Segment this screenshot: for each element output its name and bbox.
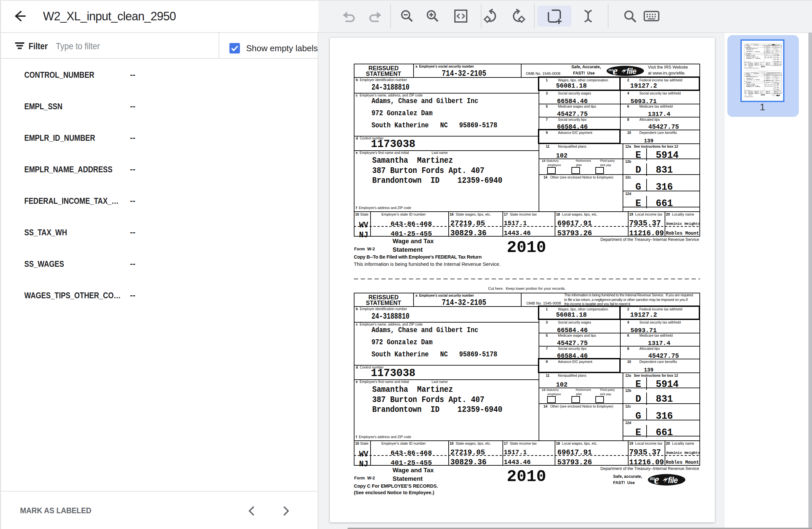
svg-text:e: e	[613, 65, 618, 76]
svg-text:file: file	[778, 95, 780, 96]
svg-text:file: file	[668, 475, 678, 485]
svg-text:file: file	[626, 67, 636, 75]
svg-text:e: e	[777, 95, 777, 96]
svg-text:e: e	[654, 474, 659, 486]
svg-text:e: e	[772, 44, 773, 46]
